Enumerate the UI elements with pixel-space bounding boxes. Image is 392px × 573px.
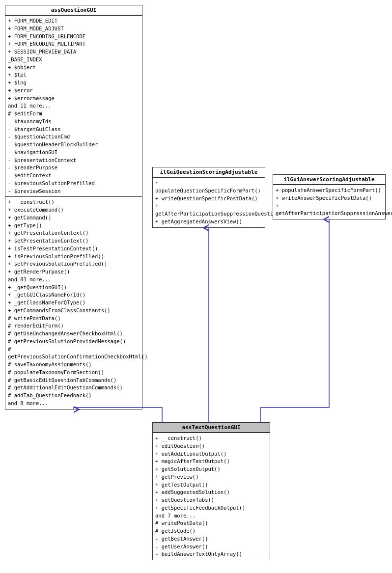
diagram-container: assQuestionGUI + FORM_MODE_EDIT + FORM_M… — [0, 0, 392, 573]
box-ilGuiAnswerScoringAdjustable-section1: + populateAnswerSpecificFormPart() + wri… — [273, 185, 385, 219]
arrow-to-ilGuiAnswerScoringAdjustable — [260, 219, 329, 422]
box-ilGuiAnswerScoringAdjustable: ilGuiAnswerScoringAdjustable + populateA… — [273, 174, 386, 219]
box-ilGuiQuestionScoringAdjustable-section1: + populateQuestionSpecificFormPart() + w… — [153, 177, 265, 227]
box-assTextQuestionGUI-title: assTextQuestionGUI — [153, 423, 270, 433]
box-assTextQuestionGUI-section1: + __construct() + editQuestion() + outAd… — [153, 433, 270, 560]
box-ilGuiQuestionScoringAdjustable-title: ilGuiQuestionScoringAdjustable — [153, 167, 265, 177]
box-ilGuiAnswerScoringAdjustable-title: ilGuiAnswerScoringAdjustable — [273, 175, 385, 185]
box-assQuestionGUI: assQuestionGUI + FORM_MODE_EDIT + FORM_M… — [5, 5, 142, 409]
box-assQuestionGUI-title: assQuestionGUI — [5, 5, 142, 15]
box-assQuestionGUI-section2: + __construct() + executeCommand() + get… — [5, 196, 142, 409]
box-assQuestionGUI-section1: + FORM_MODE_EDIT + FORM_MODE_ADJUST + FO… — [5, 15, 142, 196]
box-ilGuiQuestionScoringAdjustable: ilGuiQuestionScoringAdjustable + populat… — [152, 167, 265, 228]
arrow-to-assQuestionGUI — [74, 408, 162, 422]
box-assTextQuestionGUI: assTextQuestionGUI + __construct() + edi… — [152, 422, 270, 560]
